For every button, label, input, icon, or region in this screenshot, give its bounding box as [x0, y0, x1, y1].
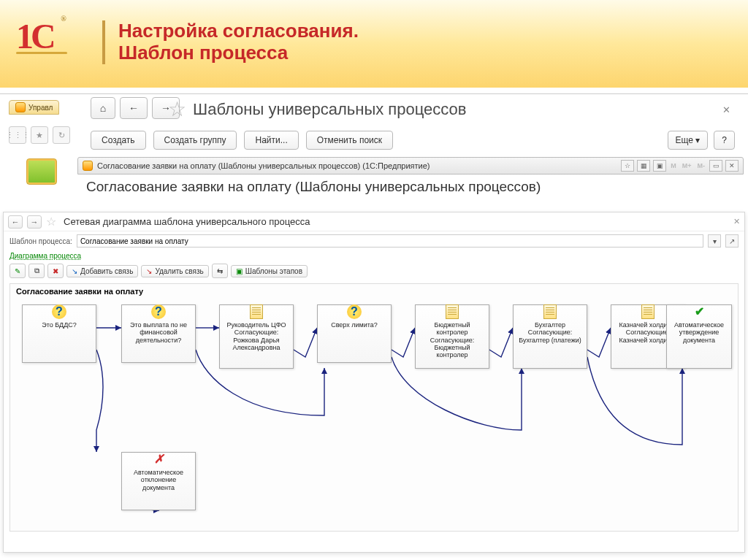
flow-node-reject[interactable]: ✗Автоматическое отклонение документа — [121, 452, 196, 510]
create-button[interactable]: Создать — [91, 131, 146, 150]
flow-node-role2[interactable]: Бюджетный контролер Согласующие: Бюджетн… — [415, 304, 489, 369]
grid-icon[interactable]: ⋮⋮⋮ — [9, 126, 26, 144]
favorite-icon[interactable]: ☆ — [46, 215, 56, 229]
app-icon — [15, 102, 26, 112]
diagram-toolbar: ✎ ⧉ ✖ ↘Добавить связь ↘Удалить связь ⇆ ▣… — [4, 261, 744, 280]
mem-m[interactable]: M — [669, 160, 678, 172]
copy-button[interactable]: ⧉ — [28, 264, 45, 278]
back-button[interactable]: ← — [120, 97, 148, 119]
home-button[interactable]: ⌂ — [91, 97, 115, 119]
app-icon — [83, 161, 93, 171]
tool-btn[interactable]: ☆ — [621, 160, 634, 172]
canvas-title: Согласование заявки на оплату — [16, 287, 143, 296]
toolbar: Создать Создать группу Найти... Отменить… — [91, 131, 393, 150]
close-icon[interactable]: ✕ — [725, 160, 739, 172]
flow-node-role1[interactable]: Руководитель ЦФО Согласующие: Рожкова Да… — [219, 304, 294, 369]
delete-link-button[interactable]: ↘Удалить связь — [141, 265, 208, 277]
close-icon[interactable]: ✕ — [733, 217, 740, 226]
flow-node-q1[interactable]: ?Это БДДС? — [22, 304, 96, 363]
tool-btn[interactable]: ▣ — [653, 160, 666, 172]
mem-mminus[interactable]: M- — [696, 160, 707, 172]
template-label: Шаблон процесса: — [9, 237, 72, 245]
help-button[interactable]: ? — [714, 131, 735, 150]
cancel-search-button[interactable]: Отменить поиск — [306, 131, 393, 150]
diagram-canvas[interactable]: Согласование заявки на оплату ?Это БДДС?… — [9, 283, 739, 532]
tool-btn[interactable]: ⇆ — [212, 264, 228, 278]
slide-title: Настройка согласования. Шаблон процесса — [102, 20, 359, 64]
delete-button[interactable]: ✖ — [47, 264, 64, 278]
flow-node-role3[interactable]: Бухгалтер Согласующие: Бухгалтер (платеж… — [513, 304, 587, 369]
modal-title: Согласование заявки на оплату (Шаблоны у… — [86, 179, 541, 195]
history-icon[interactable]: ↻ — [53, 126, 70, 144]
add-node-button[interactable]: ✎ — [9, 264, 26, 278]
diagram-title: Сетевая диаграмма шаблона универсального… — [64, 216, 310, 227]
create-group-button[interactable]: Создать группу — [153, 131, 237, 150]
tool-btn[interactable]: ▦ — [637, 160, 650, 172]
main-window: Управл ⌂ ← → ☆ Шаблоны универсальных про… — [0, 93, 748, 210]
slide-header: 1C® Настройка согласования. Шаблон проце… — [0, 0, 748, 88]
modal-caption: Согласование заявки на оплату (Шаблоны у… — [97, 161, 430, 170]
close-icon[interactable]: ✕ — [722, 104, 730, 115]
star-icon[interactable]: ★ — [31, 126, 48, 144]
template-field[interactable] — [77, 234, 703, 248]
forward-button[interactable]: → — [27, 215, 42, 229]
diagram-window: ← → ☆ Сетевая диаграмма шаблона универса… — [3, 212, 745, 553]
dropdown-icon[interactable]: ▾ — [708, 234, 721, 248]
find-button[interactable]: Найти... — [244, 131, 298, 150]
add-link-button[interactable]: ↘Добавить связь — [66, 265, 138, 277]
window-tab[interactable]: Управл — [9, 100, 59, 115]
stage-templates-button[interactable]: ▣Шаблоны этапов — [231, 265, 308, 277]
back-button[interactable]: ← — [8, 215, 23, 229]
favorite-icon[interactable]: ☆ — [168, 97, 186, 121]
logo-1c: 1C® — [16, 16, 67, 53]
section-label: Диаграмма процесса — [4, 250, 744, 261]
flow-node-q3[interactable]: ?Сверх лимита? — [317, 304, 392, 363]
flow-node-approve[interactable]: ✔Автоматическое утверждение документа — [666, 304, 732, 369]
sidebar-decor-icon — [26, 158, 57, 185]
minimize-icon[interactable]: ▭ — [709, 160, 722, 172]
modal-titlebar: Согласование заявки на оплату (Шаблоны у… — [77, 157, 744, 174]
flow-node-q2[interactable]: ?Это выплата по не финансовой деятельнос… — [121, 304, 196, 363]
open-icon[interactable]: ↗ — [725, 234, 739, 248]
page-title: Шаблоны универсальных процессов — [193, 100, 467, 119]
more-button[interactable]: Еще ▾ — [668, 131, 709, 150]
mem-mplus[interactable]: M+ — [681, 160, 693, 172]
